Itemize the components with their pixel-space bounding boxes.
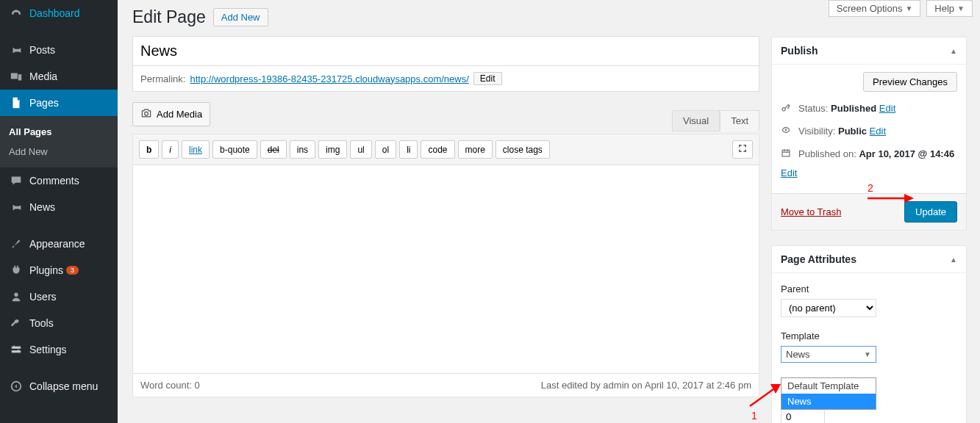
quicktags-toolbar: b i link b-quote del ins img ul ol li co…	[133, 134, 759, 165]
edit-status-link[interactable]: Edit	[879, 103, 895, 114]
move-to-trash-link[interactable]: Move to Trash	[781, 206, 841, 217]
help-button[interactable]: Help ▼	[926, 0, 973, 17]
key-icon	[781, 101, 793, 116]
comment-icon	[9, 173, 24, 188]
qt-ol[interactable]: ol	[375, 140, 396, 159]
tab-visual[interactable]: Visual	[672, 110, 720, 131]
permalink-label: Permalink:	[140, 73, 185, 84]
menu-news[interactable]: News	[0, 194, 118, 220]
qt-more[interactable]: more	[458, 140, 493, 159]
menu-dashboard[interactable]: Dashboard	[0, 0, 118, 26]
submenu-all-pages[interactable]: All Pages	[0, 122, 118, 142]
collapse-icon	[9, 379, 24, 394]
menu-appearance[interactable]: Appearance	[0, 231, 118, 257]
publish-box: Publish▲ Preview Changes Status: Publish…	[771, 37, 967, 231]
order-input[interactable]	[781, 408, 825, 423]
edit-visibility-link[interactable]: Edit	[870, 126, 886, 137]
user-icon	[9, 289, 24, 304]
svg-point-0	[14, 293, 18, 297]
qt-link[interactable]: link	[182, 140, 210, 159]
page-attributes-box: Page Attributes▲ Parent (no parent) Temp…	[771, 245, 967, 423]
parent-label: Parent	[781, 283, 957, 294]
main-content: Edit Page Add New Permalink: http://word…	[132, 7, 759, 397]
content-textarea[interactable]	[133, 165, 759, 371]
pin-icon	[9, 43, 24, 57]
camera-icon	[140, 107, 152, 121]
last-edited: Last edited by admin on April 10, 2017 a…	[541, 380, 751, 391]
chevron-down-icon: ▼	[905, 4, 912, 12]
template-option-default[interactable]: Default Template	[782, 378, 876, 394]
page-attributes-header[interactable]: Page Attributes▲	[772, 246, 966, 273]
menu-posts[interactable]: Posts	[0, 37, 118, 63]
eye-icon	[781, 123, 793, 139]
template-label: Template	[781, 330, 957, 341]
chevron-up-icon: ▲	[950, 256, 957, 264]
menu-collapse[interactable]: Collapse menu	[0, 373, 118, 400]
media-icon	[9, 69, 24, 84]
post-title-input[interactable]	[132, 36, 759, 66]
qt-li[interactable]: li	[399, 140, 418, 159]
tab-text[interactable]: Text	[720, 110, 759, 131]
pin-icon	[9, 200, 24, 214]
svg-rect-5	[782, 151, 790, 156]
calendar-icon	[781, 146, 793, 162]
pages-submenu: All Pages Add New	[0, 116, 118, 167]
qt-italic[interactable]: i	[162, 140, 179, 159]
admin-sidebar: Dashboard Posts Media Pages All Pages Ad…	[0, 0, 118, 423]
menu-users[interactable]: Users	[0, 283, 118, 310]
menu-plugins[interactable]: Plugins3	[0, 257, 118, 283]
permalink-link[interactable]: http://wordpress-19386-82435-231725.clou…	[190, 73, 468, 84]
menu-media[interactable]: Media	[0, 63, 118, 90]
annotation-num-1: 1	[751, 410, 757, 422]
submenu-add-new[interactable]: Add New	[0, 142, 118, 162]
page-icon	[9, 95, 24, 110]
menu-pages[interactable]: Pages	[0, 90, 118, 116]
publish-box-header[interactable]: Publish▲	[772, 37, 966, 65]
word-count: Word count: 0	[140, 380, 200, 391]
add-media-button[interactable]: Add Media	[132, 102, 210, 126]
menu-comments[interactable]: Comments	[0, 167, 118, 194]
svg-point-2	[145, 112, 149, 115]
right-sidebar: Publish▲ Preview Changes Status: Publish…	[771, 37, 967, 423]
parent-select[interactable]: (no parent)	[781, 299, 876, 317]
permalink-edit-button[interactable]: Edit	[473, 72, 502, 85]
chevron-up-icon: ▲	[950, 47, 957, 55]
menu-tools[interactable]: Tools	[0, 310, 118, 336]
annotation-num-2: 2	[868, 182, 873, 194]
wrench-icon	[9, 316, 24, 330]
preview-changes-button[interactable]: Preview Changes	[863, 72, 957, 92]
brush-icon	[9, 236, 24, 251]
template-dropdown: Default Template News	[781, 377, 876, 410]
add-new-button[interactable]: Add New	[213, 8, 268, 26]
chevron-down-icon: ▼	[957, 4, 965, 12]
qt-ul[interactable]: ul	[350, 140, 371, 159]
qt-ins[interactable]: ins	[290, 140, 315, 159]
qt-code[interactable]: code	[421, 140, 454, 159]
template-select[interactable]: News▼	[781, 346, 876, 363]
qt-bquote[interactable]: b-quote	[212, 140, 257, 159]
plugins-badge: 3	[66, 266, 79, 275]
fullscreen-button[interactable]	[732, 140, 753, 159]
update-button[interactable]: Update	[904, 201, 957, 223]
plug-icon	[9, 263, 24, 278]
page-title: Edit Page	[132, 7, 206, 27]
dashboard-icon	[9, 6, 24, 21]
qt-closetags[interactable]: close tags	[496, 140, 550, 159]
qt-del[interactable]: del	[260, 140, 287, 159]
permalink-row: Permalink: http://wordpress-19386-82435-…	[132, 66, 759, 92]
template-option-news[interactable]: News	[782, 394, 876, 409]
menu-settings[interactable]: Settings	[0, 336, 118, 363]
screen-options-button[interactable]: Screen Options ▼	[829, 0, 921, 17]
qt-bold[interactable]: b	[139, 140, 159, 159]
qt-img[interactable]: img	[318, 140, 347, 159]
settings-icon	[9, 342, 24, 357]
edit-date-link[interactable]: Edit	[781, 167, 957, 178]
svg-point-4	[785, 129, 787, 131]
